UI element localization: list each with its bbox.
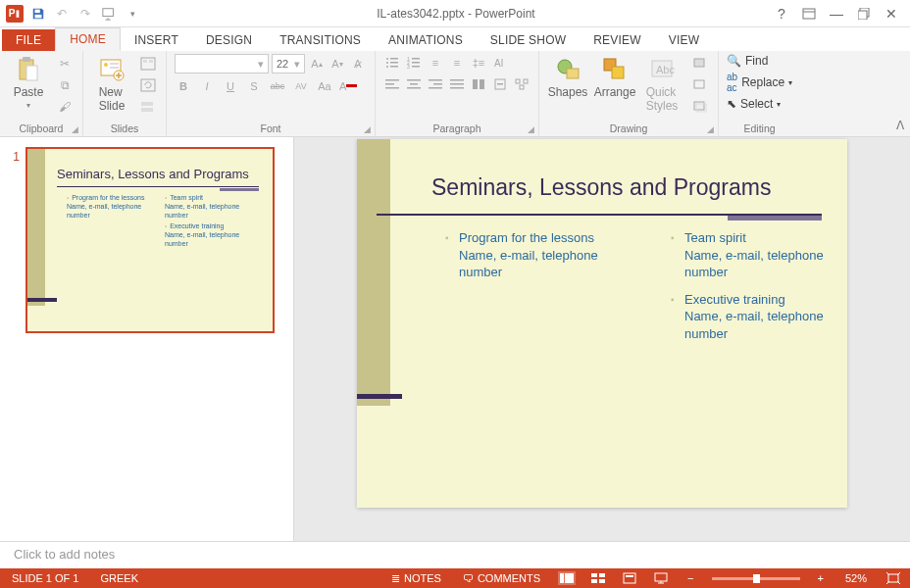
font-color-icon[interactable]: A	[339, 77, 357, 95]
replace-button[interactable]: abacReplace ▾	[727, 72, 792, 93]
shape-fill-icon[interactable]	[690, 54, 710, 74]
change-case-icon[interactable]: Aa	[316, 77, 333, 95]
bullets-icon[interactable]	[383, 54, 401, 72]
app-icon[interactable]: P❚	[4, 3, 25, 24]
dialog-launcher-icon[interactable]: ◢	[528, 124, 534, 134]
redo-icon[interactable]: ↷	[75, 3, 96, 24]
shape-effects-icon[interactable]	[690, 97, 710, 117]
svg-text:Abc: Abc	[656, 64, 675, 75]
shadow-button[interactable]: S	[245, 77, 263, 95]
select-button[interactable]: ⬉Select ▾	[727, 97, 792, 111]
minimize-icon[interactable]: —	[824, 3, 849, 24]
align-left-icon[interactable]	[383, 75, 401, 93]
slide-sorter-view-icon[interactable]	[589, 571, 607, 585]
section-icon[interactable]	[138, 97, 158, 117]
reading-view-icon[interactable]	[621, 571, 638, 585]
tab-animations[interactable]: ANIMATIONS	[375, 29, 477, 51]
slide-thumbnail-panel[interactable]: 1 Seminars, Lessons and Programs Program…	[0, 137, 294, 541]
list-item[interactable]: Team spirit Name, e-mail, telephone numb…	[671, 229, 837, 281]
tab-transitions[interactable]: TRANSITIONS	[266, 29, 375, 51]
columns-icon[interactable]	[470, 75, 487, 93]
slide-content-right[interactable]: Team spirit Name, e-mail, telephone numb…	[671, 229, 837, 352]
text-direction-icon[interactable]: A	[491, 54, 509, 72]
list-item[interactable]: Program for the lessons Name, e-mail, te…	[445, 229, 622, 281]
font-family-combo[interactable]: ▾	[175, 54, 269, 74]
dialog-launcher-icon[interactable]: ◢	[364, 124, 371, 134]
title-bar: P❚ ↶ ↷ ▾ IL-ates3042.pptx - PowerPoint ?…	[0, 0, 910, 27]
restore-icon[interactable]	[851, 3, 877, 24]
align-right-icon[interactable]	[427, 75, 444, 93]
smartart-icon[interactable]	[513, 75, 531, 93]
zoom-in-button[interactable]: +	[814, 572, 828, 584]
strikethrough-button[interactable]: abc	[269, 77, 286, 95]
thumbnail-preview[interactable]: Seminars, Lessons and Programs Program f…	[25, 147, 275, 333]
tab-home[interactable]: HOME	[55, 27, 121, 51]
slide-title[interactable]: Seminars, Lessons and Programs	[431, 174, 771, 201]
list-item[interactable]: Executive training Name, e-mail, telepho…	[671, 291, 837, 343]
tab-insert[interactable]: INSERT	[121, 29, 192, 51]
notes-pane[interactable]: Click to add notes	[0, 541, 910, 568]
cut-icon[interactable]: ✂	[55, 54, 75, 74]
tab-view[interactable]: VIEW	[655, 29, 713, 51]
align-center-icon[interactable]	[405, 75, 423, 93]
reset-icon[interactable]	[138, 75, 158, 95]
dialog-launcher-icon[interactable]: ◢	[707, 124, 714, 134]
find-button[interactable]: 🔍Find	[727, 54, 792, 68]
format-painter-icon[interactable]: 🖌	[55, 97, 75, 117]
zoom-level[interactable]: 52%	[841, 572, 871, 584]
slide-content-left[interactable]: Program for the lessons Name, e-mail, te…	[445, 229, 622, 291]
collapse-ribbon-icon[interactable]: ᐱ	[896, 119, 904, 132]
tab-review[interactable]: REVIEW	[580, 29, 655, 51]
arrange-button[interactable]: Arrange	[594, 54, 635, 101]
copy-icon[interactable]: ⧉	[55, 75, 75, 95]
layout-icon[interactable]	[138, 54, 158, 74]
clear-formatting-icon[interactable]: A̷	[349, 55, 367, 73]
line-spacing-icon[interactable]: ‡≡	[470, 54, 487, 72]
comments-toggle[interactable]: 🗨COMMENTS	[459, 572, 544, 584]
ribbon-display-icon[interactable]	[796, 3, 822, 24]
tab-slideshow[interactable]: SLIDE SHOW	[477, 29, 580, 51]
normal-view-icon[interactable]	[558, 571, 576, 585]
close-icon[interactable]: ✕	[879, 3, 904, 24]
help-icon[interactable]: ?	[769, 3, 794, 24]
slideshow-view-icon[interactable]	[652, 571, 670, 585]
svg-rect-62	[560, 573, 564, 583]
decrease-indent-icon[interactable]: ≡	[427, 54, 444, 72]
save-icon[interactable]	[27, 3, 49, 24]
align-text-icon[interactable]	[491, 75, 509, 93]
new-slide-button[interactable]: New Slide	[91, 54, 132, 115]
bold-button[interactable]: B	[175, 77, 192, 95]
increase-indent-icon[interactable]: ≡	[448, 54, 466, 72]
slide-counter[interactable]: SLIDE 1 OF 1	[8, 572, 82, 584]
undo-icon[interactable]: ↶	[51, 3, 73, 24]
notes-toggle[interactable]: ≣NOTES	[387, 572, 445, 585]
shrink-font-icon[interactable]: A▾	[329, 55, 346, 73]
zoom-out-button[interactable]: −	[683, 572, 697, 584]
underline-button[interactable]: U	[222, 77, 239, 95]
tab-design[interactable]: DESIGN	[192, 29, 266, 51]
numbering-icon[interactable]: 123	[405, 54, 423, 72]
dialog-launcher-icon[interactable]: ◢	[72, 124, 78, 134]
svg-rect-15	[143, 60, 147, 63]
shapes-button[interactable]: Shapes	[547, 54, 588, 101]
qat-customize-icon[interactable]: ▾	[122, 3, 143, 24]
shape-outline-icon[interactable]	[690, 75, 710, 95]
italic-button[interactable]: I	[198, 77, 216, 95]
quick-styles-button[interactable]: Abc Quick Styles	[641, 54, 682, 115]
fit-to-window-icon[interactable]	[885, 571, 902, 585]
shapes-icon	[554, 56, 581, 83]
justify-icon[interactable]	[448, 75, 466, 93]
svg-rect-63	[565, 573, 574, 583]
start-slideshow-icon[interactable]	[98, 3, 120, 24]
paste-button[interactable]: Paste ▾	[8, 54, 49, 112]
svg-point-20	[386, 58, 388, 60]
thumbnail-1[interactable]: 1 Seminars, Lessons and Programs Program…	[8, 147, 285, 333]
char-spacing-icon[interactable]: AV	[292, 77, 310, 95]
slide-canvas[interactable]: Seminars, Lessons and Programs Program f…	[357, 139, 847, 508]
grow-font-icon[interactable]: A▴	[308, 55, 326, 73]
font-size-combo[interactable]: 22▾	[272, 54, 305, 74]
slide-editor[interactable]: Seminars, Lessons and Programs Program f…	[294, 137, 910, 541]
zoom-slider[interactable]	[712, 577, 800, 580]
tab-file[interactable]: FILE	[2, 29, 55, 51]
language-indicator[interactable]: GREEK	[96, 572, 142, 584]
